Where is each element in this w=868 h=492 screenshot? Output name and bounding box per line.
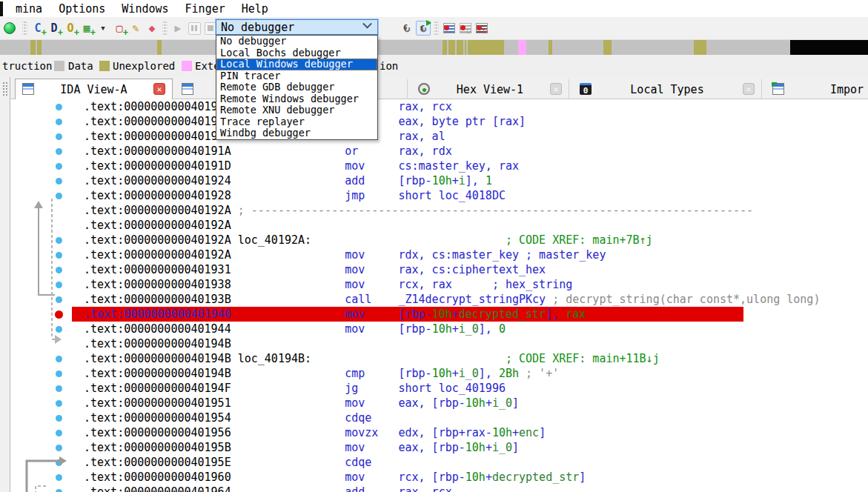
listing-line[interactable]: .text:000000000040192A mov rdx, cs:maste… <box>0 247 868 262</box>
menu-bar: minaOptionsWindowsFingerHelp <box>0 0 868 17</box>
code-dot-icon[interactable] <box>56 400 62 407</box>
listing-line[interactable]: .text:000000000040195B mov eax, [rbp-10h… <box>0 440 868 455</box>
listing-line[interactable]: .text:0000000000401951 mov eax, [rbp-10h… <box>0 396 868 410</box>
code-dot-icon[interactable] <box>56 119 62 125</box>
listing-line[interactable]: .text:000000000040194B <box>0 336 868 351</box>
tab-close-button[interactable]: ✕ <box>153 83 165 95</box>
listing-line[interactable]: .text:0000000000401928 jmp short loc_401… <box>0 188 868 203</box>
listing-line[interactable]: .text:000000000040191A or rax, rdx <box>0 144 868 159</box>
continue-to-cursor-icon[interactable]: ↻C <box>400 21 414 36</box>
code-dot-icon[interactable] <box>56 356 62 362</box>
breakpoint-code-icon[interactable]: C+ <box>30 21 45 36</box>
dropdown-item-local-bochs-debugger[interactable]: Local Bochs debugger <box>216 47 377 59</box>
dropdown-arrow-icon[interactable]: ▼ <box>96 21 110 36</box>
tab-close-button[interactable]: ✕ <box>550 83 562 95</box>
debugger-select-value: No debugger <box>216 21 364 34</box>
dropdown-item-no-debugger[interactable]: No debugger <box>216 36 377 47</box>
listing-line[interactable]: .text:000000000040192A ; ---------------… <box>0 203 868 218</box>
listing-line[interactable]: .text:000000000040194B cmp [rbp-10h+i_0]… <box>0 366 868 381</box>
menu-item-mina[interactable]: mina <box>7 1 50 17</box>
listing-line[interactable]: .text:0000000000401954 cdqe <box>0 410 868 425</box>
tab-hex-view-1[interactable]: Hex View-1✕ <box>411 79 569 99</box>
tab-label: Hex View-1 <box>411 83 569 96</box>
tab-impor[interactable]: Impor <box>766 79 868 99</box>
listing-line[interactable]: .text:000000000040194B loc_40194B: ; COD… <box>0 351 868 366</box>
listing-line[interactable]: .text:0000000000401960 mov rcx, [rbp-10h… <box>0 470 868 485</box>
dropdown-item-local-windows-debugger[interactable]: Local Windows debugger <box>216 59 377 70</box>
listing-line[interactable]: .text:0000000000401938 mov rcx, rax ; he… <box>0 277 868 292</box>
disassembly-listing[interactable]: .text:0000000000401910 mov rax, rcx.text… <box>10 99 868 492</box>
tab-close-button[interactable]: ✕ <box>743 83 755 95</box>
listing-line[interactable]: .text:0000000000401916 movsx rax, al <box>0 129 868 144</box>
listing-line[interactable]: .text:0000000000401940 mov [rbp-10h+decr… <box>0 307 868 322</box>
code-dot-icon[interactable] <box>56 178 62 184</box>
breakpoint-dot-icon[interactable] <box>55 310 63 319</box>
dropdown-item-remote-xnu-debugger[interactable]: Remote XNU debugger <box>216 104 377 116</box>
window-icon <box>0 1 3 16</box>
menu-item-finger[interactable]: Finger <box>177 1 233 17</box>
dropdown-item-windbg-debugger[interactable]: Windbg debugger <box>216 127 377 139</box>
breakpoint-page-icon[interactable]: ▦+ <box>79 21 94 36</box>
code-dot-icon[interactable] <box>56 445 62 451</box>
listing-line[interactable]: .text:000000000040193B call _Z14decrypt_… <box>0 292 868 307</box>
code-dot-icon[interactable] <box>56 193 62 199</box>
breakpoint-list-icon[interactable] <box>442 21 457 36</box>
menu-item-help[interactable]: Help <box>233 1 276 17</box>
code-dot-icon[interactable] <box>56 252 62 259</box>
listing-line[interactable]: .text:000000000040192A loc_40192A: ; COD… <box>0 233 868 247</box>
navband-segment <box>694 40 706 55</box>
code-dot-icon[interactable] <box>56 489 62 492</box>
disable-breakpoint-icon[interactable]: ◆ <box>145 21 159 36</box>
tab-label: IDA View-A <box>16 83 172 96</box>
navband-segment <box>603 40 612 55</box>
debugger-select[interactable]: No debugger <box>216 19 378 35</box>
code-dot-icon[interactable] <box>56 415 62 422</box>
listing-line[interactable]: .text:0000000000401913 movzx eax, byte p… <box>0 114 868 129</box>
listing-line[interactable]: .text:0000000000401924 add [rbp-10h+i], … <box>0 173 868 188</box>
breakpoint-groups-icon[interactable] <box>474 21 489 36</box>
code-dot-icon[interactable] <box>56 282 62 288</box>
listing-line[interactable]: .text:000000000040192A <box>0 218 868 233</box>
navigation-band[interactable] <box>0 40 868 55</box>
breakpoint-conditional-icon[interactable]: O+ <box>63 21 78 36</box>
code-dot-icon[interactable] <box>56 296 62 303</box>
edit-breakpoint-icon[interactable]: ✎ <box>128 21 143 36</box>
listing-line[interactable]: .text:0000000000401910 mov rax, rcx <box>0 99 868 114</box>
dropdown-item-remote-gdb-debugger[interactable]: Remote GDB debugger <box>216 82 377 93</box>
navigator-ball-icon[interactable] <box>4 22 16 34</box>
tab-ida-view-a[interactable]: IDA View-A✕ <box>15 79 173 100</box>
code-dot-icon[interactable] <box>56 267 62 273</box>
tab-local-types[interactable]: 0Local Types✕ <box>573 79 762 99</box>
start-process-icon[interactable]: ▶ <box>170 21 185 36</box>
code-dot-icon[interactable] <box>56 385 62 392</box>
menu-item-options[interactable]: Options <box>50 1 113 17</box>
code-dot-icon[interactable] <box>56 237 62 244</box>
code-dot-icon[interactable] <box>56 326 62 333</box>
listing-line[interactable]: .text:000000000040195E cdqe <box>0 455 868 470</box>
toolbar-right-group: ↻C↻C <box>399 20 490 36</box>
navband-segment <box>30 40 36 55</box>
listing-line[interactable]: .text:0000000000401931 mov rax, cs:ciphe… <box>0 262 868 277</box>
menu-item-windows[interactable]: Windows <box>113 1 176 17</box>
code-dot-icon[interactable] <box>56 148 62 155</box>
breakpoint-data-icon[interactable]: D+ <box>47 21 62 36</box>
code-dot-icon[interactable] <box>56 370 62 377</box>
listing-line[interactable]: .text:000000000040191D mov cs:master_key… <box>0 159 868 173</box>
listing-line[interactable]: .text:0000000000401964 add rax, rcx <box>0 485 868 492</box>
code-dot-icon[interactable] <box>56 163 62 170</box>
code-dot-icon[interactable] <box>56 459 62 466</box>
code-dot-icon[interactable] <box>56 474 62 481</box>
code-dot-icon[interactable] <box>56 430 62 436</box>
code-dot-icon[interactable] <box>56 104 62 110</box>
run-to-cursor-icon[interactable]: ↻C <box>416 21 431 36</box>
dropdown-item-remote-windows-debugger[interactable]: Remote Windows debugger <box>216 93 377 105</box>
listing-line[interactable]: .text:0000000000401956 movzx edx, [rbp+r… <box>0 425 868 440</box>
listing-line[interactable]: .text:0000000000401944 mov [rbp-10h+i_0]… <box>0 322 868 336</box>
pause-process-icon[interactable] <box>187 21 202 36</box>
code-dot-icon[interactable] <box>56 133 62 140</box>
listing-line[interactable]: .text:000000000040194F jg short loc_4019… <box>0 381 868 396</box>
dropdown-item-pin-tracer[interactable]: PIN tracer <box>216 70 377 82</box>
breakpoint-hardware-icon[interactable]: ▢+ <box>112 21 127 36</box>
breakpoint-options-icon[interactable] <box>458 21 473 36</box>
dropdown-item-trace-replayer[interactable]: Trace replayer <box>216 116 377 128</box>
